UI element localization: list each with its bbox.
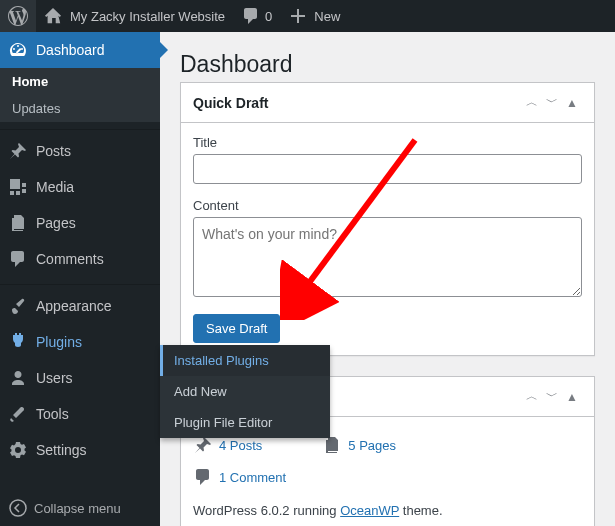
- comments-count: 0: [265, 9, 272, 24]
- quick-draft-body: Title Content Save Draft: [181, 123, 594, 355]
- admin-sidebar: Dashboard Home Updates Posts Media Pages…: [0, 32, 160, 526]
- pin-icon: [193, 435, 213, 455]
- toggle-panel-button[interactable]: ▲: [562, 390, 582, 404]
- users-icon: [8, 368, 28, 388]
- comment-icon: [241, 6, 261, 26]
- submenu-home[interactable]: Home: [0, 68, 160, 95]
- home-icon: [44, 6, 64, 26]
- svg-point-0: [10, 500, 26, 516]
- menu-dashboard[interactable]: Dashboard: [0, 32, 160, 68]
- version-info: WordPress 6.0.2 running OceanWP theme.: [193, 493, 582, 518]
- menu-pages-label: Pages: [36, 215, 76, 231]
- menu-plugins-label: Plugins: [36, 334, 82, 350]
- tools-icon: [8, 404, 28, 424]
- flyout-add-new[interactable]: Add New: [160, 376, 330, 407]
- quick-draft-header: Quick Draft ︿ ﹀ ▲: [181, 83, 594, 123]
- menu-tools[interactable]: Tools: [0, 396, 160, 432]
- menu-media-label: Media: [36, 179, 74, 195]
- glance-pages-text: 5 Pages: [348, 438, 396, 453]
- brush-icon: [8, 296, 28, 316]
- menu-appearance[interactable]: Appearance: [0, 288, 160, 324]
- glance-posts-text: 4 Posts: [219, 438, 262, 453]
- draft-content-textarea[interactable]: [193, 217, 582, 297]
- comments-link[interactable]: 0: [233, 0, 280, 32]
- site-name: My Zacky Installer Website: [70, 9, 225, 24]
- menu-tools-label: Tools: [36, 406, 69, 422]
- collapse-label: Collapse menu: [34, 501, 121, 516]
- page-icon: [322, 435, 342, 455]
- move-down-button[interactable]: ﹀: [542, 94, 562, 111]
- new-content-link[interactable]: New: [280, 0, 348, 32]
- page-icon: [8, 213, 28, 233]
- draft-title-input[interactable]: [193, 154, 582, 184]
- comments-icon: [8, 249, 28, 269]
- menu-settings[interactable]: Settings: [0, 432, 160, 468]
- glance-pages-link[interactable]: 5 Pages: [322, 435, 396, 455]
- submenu-updates[interactable]: Updates: [0, 95, 160, 122]
- title-label: Title: [193, 135, 582, 150]
- flyout-installed-plugins[interactable]: Installed Plugins: [160, 345, 330, 376]
- flyout-plugin-file-editor[interactable]: Plugin File Editor: [160, 407, 330, 438]
- main-content: Dashboard Quick Draft ︿ ﹀ ▲ Title Conten…: [160, 32, 615, 526]
- move-up-button[interactable]: ︿: [522, 94, 542, 111]
- admin-bar: My Zacky Installer Website 0 New: [0, 0, 615, 32]
- quick-draft-heading: Quick Draft: [193, 95, 522, 111]
- settings-icon: [8, 440, 28, 460]
- menu-comments-label: Comments: [36, 251, 104, 267]
- menu-settings-label: Settings: [36, 442, 87, 458]
- page-title: Dashboard: [180, 42, 595, 82]
- collapse-menu[interactable]: Collapse menu: [0, 490, 160, 526]
- site-name-link[interactable]: My Zacky Installer Website: [36, 0, 233, 32]
- menu-posts-label: Posts: [36, 143, 71, 159]
- menu-appearance-label: Appearance: [36, 298, 112, 314]
- menu-pages[interactable]: Pages: [0, 205, 160, 241]
- menu-users-label: Users: [36, 370, 73, 386]
- menu-plugins[interactable]: Plugins: [0, 324, 160, 360]
- theme-link[interactable]: OceanWP: [340, 503, 399, 518]
- move-up-button[interactable]: ︿: [522, 388, 542, 405]
- dashboard-submenu: Home Updates: [0, 68, 160, 122]
- media-icon: [8, 177, 28, 197]
- pin-icon: [8, 141, 28, 161]
- glance-posts-link[interactable]: 4 Posts: [193, 435, 262, 455]
- separator: [0, 280, 160, 285]
- dashboard-icon: [8, 40, 28, 60]
- glance-comments-text: 1 Comment: [219, 470, 286, 485]
- plugins-flyout: Installed Plugins Add New Plugin File Ed…: [160, 345, 330, 438]
- menu-posts[interactable]: Posts: [0, 133, 160, 169]
- plugin-icon: [8, 332, 28, 352]
- move-down-button[interactable]: ﹀: [542, 388, 562, 405]
- wp-logo[interactable]: [0, 0, 36, 32]
- content-label: Content: [193, 198, 582, 213]
- comment-icon: [193, 467, 213, 487]
- collapse-icon: [8, 498, 28, 518]
- menu-media[interactable]: Media: [0, 169, 160, 205]
- save-draft-button[interactable]: Save Draft: [193, 314, 280, 343]
- wordpress-icon: [8, 6, 28, 26]
- plus-icon: [288, 6, 308, 26]
- toggle-panel-button[interactable]: ▲: [562, 96, 582, 110]
- menu-users[interactable]: Users: [0, 360, 160, 396]
- menu-comments[interactable]: Comments: [0, 241, 160, 277]
- separator: [0, 125, 160, 130]
- new-label: New: [314, 9, 340, 24]
- menu-dashboard-label: Dashboard: [36, 42, 105, 58]
- glance-comments-link[interactable]: 1 Comment: [193, 467, 286, 487]
- quick-draft-box: Quick Draft ︿ ﹀ ▲ Title Content Save Dra…: [180, 82, 595, 356]
